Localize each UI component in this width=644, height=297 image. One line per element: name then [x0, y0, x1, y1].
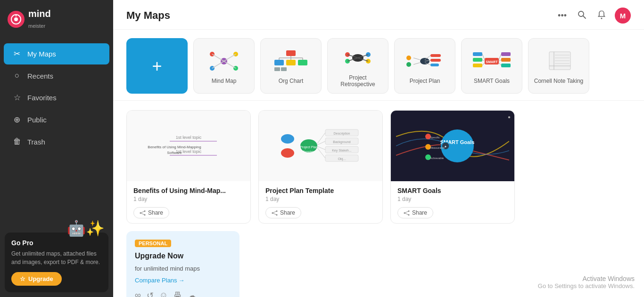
svg-rect-52: [501, 58, 511, 62]
notification-icon[interactable]: [595, 8, 608, 24]
svg-line-117: [405, 213, 408, 215]
svg-line-56: [482, 63, 485, 65]
svg-line-12: [212, 61, 224, 68]
plan-thumb: [406, 48, 444, 74]
sidebar-nav: ✂ My Maps ○ Recents ☆ Favorites ⊕ Public…: [0, 39, 113, 228]
svg-rect-50: [473, 64, 482, 67]
svg-line-55: [482, 60, 485, 61]
svg-line-45: [413, 63, 420, 64]
svg-rect-36: [430, 54, 441, 57]
upgrade-button[interactable]: ☆ Upgrade: [11, 272, 62, 286]
svg-rect-48: [473, 52, 482, 56]
svg-line-116: [405, 211, 408, 213]
logo-text: mindmeister: [28, 8, 51, 30]
svg-point-40: [406, 62, 411, 67]
map-thumb-project-plan: Project Plan Template Description Backgr…: [259, 111, 382, 181]
map-name-smart-goals: SMART Goals: [397, 187, 508, 194]
map-card-smart-goals[interactable]: SMART Goals ✦ Specific Measurable Achiev…: [390, 110, 515, 224]
svg-rect-25: [281, 67, 287, 71]
svg-point-82: [281, 148, 294, 158]
share-button-smart-goals[interactable]: Share: [397, 207, 433, 218]
svg-rect-37: [430, 59, 441, 62]
sidebar-label-recents: Recents: [27, 72, 53, 80]
star-upgrade-icon: ☆: [20, 275, 25, 282]
svg-text:Project Plan: Project Plan: [300, 145, 318, 149]
plan-label: Project Plan: [410, 78, 440, 84]
svg-line-14: [224, 61, 236, 68]
go-pro-banner: 🤖✨ Go Pro Get unlimited maps, attached f…: [5, 233, 108, 292]
svg-rect-24: [274, 67, 280, 71]
sidebar-label-trash: Trash: [27, 138, 45, 146]
svg-text:Template: Template: [303, 150, 315, 153]
user-avatar[interactable]: M: [615, 8, 631, 24]
main-header: My Maps ••• M: [113, 0, 644, 30]
svg-point-39: [406, 56, 411, 60]
map-time-smart-goals: 1 day: [397, 196, 508, 202]
sidebar-item-public[interactable]: ⊕ Public: [4, 109, 109, 130]
logo[interactable]: mindmeister: [0, 0, 113, 39]
map-time-benefits: 1 day: [133, 196, 244, 202]
map-thumb-smart-goals: SMART Goals ✦ Specific Measurable Achiev…: [391, 111, 514, 181]
arrow-right-icon: →: [179, 277, 185, 284]
map-card-project-plan[interactable]: Project Plan Template Description Backgr…: [258, 110, 383, 224]
sidebar-label-favorites: Favorites: [27, 94, 57, 102]
svg-rect-79: [264, 113, 377, 179]
sidebar-item-favorites[interactable]: ☆ Favorites: [4, 87, 109, 108]
template-org-chart[interactable]: Org Chart: [260, 38, 322, 94]
map-info-project-plan: Project Plan Template 1 day Share: [259, 181, 382, 223]
template-project-retrospective[interactable]: Project Retrospective: [327, 38, 388, 94]
sidebar-label-my-maps: My Maps: [27, 50, 56, 58]
print-icon: 🖶: [173, 290, 182, 297]
svg-text:Measurable: Measurable: [430, 146, 445, 149]
svg-rect-38: [430, 64, 439, 66]
sidebar-item-trash[interactable]: 🗑 Trash: [4, 131, 109, 152]
personal-badge: PERSONAL: [135, 240, 171, 247]
svg-rect-49: [473, 58, 482, 62]
sidebar-item-recents[interactable]: ○ Recents: [4, 65, 109, 86]
share-button-project-plan[interactable]: Share: [265, 207, 301, 218]
sidebar-item-my-maps[interactable]: ✂ My Maps: [4, 43, 109, 64]
maps-grid: 1st level topic 1st level topic Benefits…: [113, 101, 644, 297]
svg-rect-53: [501, 64, 511, 67]
svg-line-77: [141, 211, 144, 213]
org-chart-label: Org Chart: [279, 78, 304, 84]
more-options-icon[interactable]: •••: [556, 9, 569, 23]
svg-line-54: [482, 54, 485, 60]
svg-point-81: [281, 134, 294, 144]
svg-text:Achievable: Achievable: [430, 157, 444, 160]
svg-text:SMART: SMART: [486, 60, 498, 64]
template-cornell[interactable]: Cornell Note Taking: [528, 38, 589, 94]
map-info-smart-goals: SMART Goals 1 day Share: [391, 181, 514, 223]
infinity-icon: ∞: [135, 290, 141, 297]
page-title: My Maps: [126, 9, 170, 22]
template-mind-map[interactable]: Mind Map: [193, 38, 255, 94]
svg-point-1: [14, 17, 18, 21]
template-smart-goals[interactable]: SMART SMART Goals: [461, 38, 522, 94]
sidebar: mindmeister ✂ My Maps ○ Recents ☆ Favori…: [0, 0, 113, 297]
map-card-benefits[interactable]: 1st level topic 1st level topic Benefits…: [126, 110, 251, 224]
mind-map-label: Mind Map: [212, 78, 237, 84]
star-icon: ☆: [12, 93, 22, 103]
new-map-button[interactable]: +: [126, 38, 188, 94]
scissors-icon: ✂: [12, 49, 22, 59]
svg-text:1st level topic: 1st level topic: [176, 135, 202, 140]
mind-map-thumb: [205, 48, 243, 74]
compare-plans-link[interactable]: Compare Plans →: [135, 277, 231, 284]
svg-rect-18: [298, 60, 307, 65]
map-time-project-plan: 1 day: [265, 196, 376, 202]
svg-text:Benefits of Using Mind-Mapping: Benefits of Using Mind-Mapping: [148, 145, 201, 149]
svg-text:Specific: Specific: [430, 136, 440, 139]
sidebar-label-public: Public: [27, 116, 47, 124]
retro-thumb: [339, 45, 377, 71]
header-icons: ••• M: [556, 8, 631, 24]
svg-line-101: [273, 213, 276, 215]
share-button-benefits[interactable]: Share: [133, 207, 169, 218]
map-info-benefits: Benefits of Using Mind-Map... 1 day Shar…: [127, 181, 250, 223]
go-pro-description: Get unlimited maps, attached files and i…: [11, 249, 102, 266]
svg-point-3: [578, 11, 584, 16]
templates-row: + Mind Map: [113, 30, 644, 101]
svg-text:Key Stakeh...: Key Stakeh...: [332, 149, 352, 153]
go-pro-title: Go Pro: [11, 239, 102, 247]
search-icon[interactable]: [575, 8, 588, 24]
template-project-plan[interactable]: Project Plan: [394, 38, 455, 94]
